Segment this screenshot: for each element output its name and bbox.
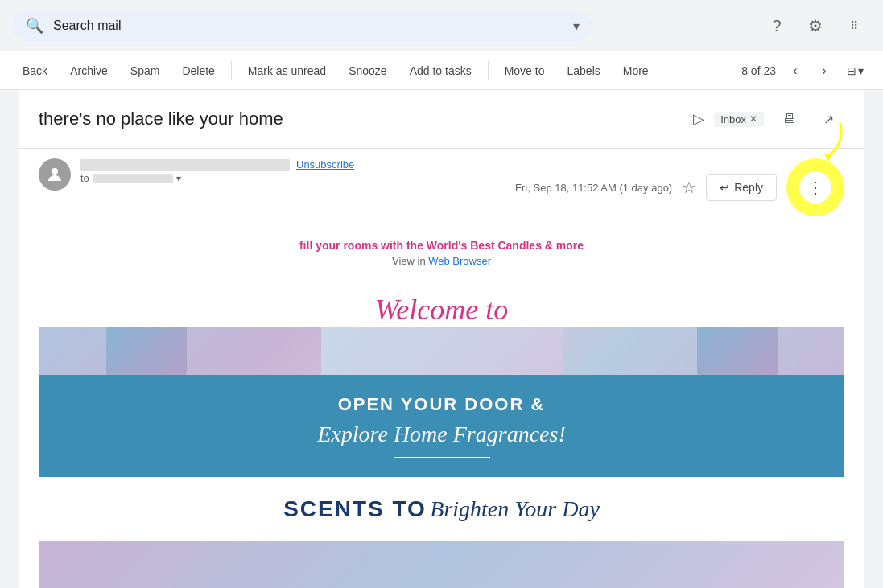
toolbar-divider-2 (488, 61, 489, 80)
sender-info: Unsubscribe to ▾ (80, 158, 505, 184)
decorative-image-bottom (39, 541, 844, 588)
email-subject: there's no place like your home (39, 109, 683, 130)
unsubscribe-link[interactable]: Unsubscribe (296, 158, 354, 171)
star-button[interactable]: ☆ (682, 178, 696, 197)
to-row: to ▾ (80, 172, 505, 184)
add-tasks-button[interactable]: Add to tasks (400, 60, 481, 82)
scents-section: SCENTS TO Brighten Your Day (39, 477, 844, 541)
decorative-block-3 (697, 327, 778, 375)
promo-text-section: fill your rooms with the World's Best Ca… (39, 226, 844, 280)
arrow-indicator (804, 120, 852, 168)
email-meta: Fri, Sep 18, 11:52 AM (1 day ago) ☆ ↩ Re… (515, 158, 844, 216)
inbox-tag-label: Inbox (720, 113, 746, 125)
toolbar: Back Archive Spam Delete Mark as unread … (0, 51, 883, 90)
view-icon: ⊟ (847, 64, 856, 77)
move-to-button[interactable]: Move to (495, 60, 555, 82)
pagination-info: 8 of 23 (741, 64, 776, 77)
banner-line1: OPEN YOUR DOOR & (52, 394, 831, 415)
to-label: to (80, 172, 89, 184)
to-chevron-icon[interactable]: ▾ (176, 173, 181, 184)
left-panel (0, 90, 19, 588)
settings-button[interactable]: ⚙ (799, 10, 831, 42)
forward-icon[interactable]: ▷ (693, 110, 704, 128)
avatar (39, 158, 71, 191)
more-options-button[interactable]: ⋮ (799, 171, 831, 204)
svg-point-0 (52, 168, 58, 175)
banner-section: OPEN YOUR DOOR & Explore Home Fragrances… (39, 375, 844, 477)
welcome-section: Welcome to (39, 280, 844, 327)
search-box: 🔍 ▾ (13, 10, 592, 41)
snooze-button[interactable]: Snooze (339, 60, 396, 82)
email-panel: there's no place like your home ▷ Inbox … (19, 90, 864, 588)
more-button[interactable]: More (613, 60, 658, 82)
more-vert-container: ⋮ (786, 158, 844, 216)
view-chevron-icon: ▾ (858, 64, 864, 77)
email-body: fill your rooms with the World's Best Ca… (19, 226, 864, 588)
help-button[interactable]: ? (761, 10, 793, 42)
welcome-text: Welcome to (39, 293, 844, 327)
print-button[interactable]: 🖶 (774, 103, 806, 135)
search-dropdown-icon[interactable]: ▾ (573, 19, 580, 34)
back-button[interactable]: Back (13, 60, 57, 82)
view-browser-link[interactable]: Web Browser (428, 255, 491, 267)
archive-button[interactable]: Archive (60, 60, 118, 82)
sender-row: Unsubscribe (80, 158, 505, 171)
view-toggle-button[interactable]: ⊟ ▾ (840, 61, 870, 80)
delete-button[interactable]: Delete (172, 60, 224, 82)
labels-button[interactable]: Labels (557, 60, 609, 82)
search-bar: 🔍 ▾ ? ⚙ ⠿ (0, 0, 883, 51)
email-body-inner: fill your rooms with the World's Best Ca… (39, 226, 844, 588)
spam-button[interactable]: Spam (121, 60, 170, 82)
subject-row: there's no place like your home ▷ Inbox … (19, 90, 864, 149)
view-browser-prefix: View in (392, 255, 428, 267)
inbox-tag: Inbox ✕ (714, 112, 764, 127)
decorative-block-1 (106, 327, 187, 375)
nav-prev-button[interactable]: ‹ (782, 58, 808, 84)
search-input[interactable] (53, 19, 563, 33)
view-browser-row: View in Web Browser (52, 255, 831, 267)
email-date: Fri, Sep 18, 11:52 AM (1 day ago) (515, 182, 672, 194)
banner-line2: Explore Home Fragrances! (52, 421, 831, 447)
right-panel (864, 90, 883, 588)
top-icons: ? ⚙ ⠿ (761, 10, 870, 42)
reply-label: Reply (734, 181, 763, 194)
nav-next-button[interactable]: › (811, 58, 837, 84)
to-address-bar (93, 174, 173, 183)
decorative-block-2 (321, 327, 563, 375)
reply-button[interactable]: ↩ Reply (706, 174, 777, 201)
email-container: there's no place like your home ▷ Inbox … (19, 90, 864, 588)
toolbar-divider-1 (231, 61, 232, 80)
promo-headline: fill your rooms with the World's Best Ca… (52, 239, 831, 252)
sender-name-bar (80, 159, 290, 171)
search-icon: 🔍 (26, 17, 43, 35)
scents-italic: Brighten Your Day (430, 496, 600, 521)
inbox-tag-close[interactable]: ✕ (749, 113, 757, 125)
mark-unread-button[interactable]: Mark as unread (238, 60, 336, 82)
reply-icon: ↩ (720, 181, 729, 194)
svg-marker-1 (824, 154, 832, 162)
banner-divider (394, 457, 490, 458)
decorative-image-top (39, 327, 844, 375)
apps-button[interactable]: ⠿ (838, 10, 870, 42)
scents-text: SCENTS TO (283, 496, 427, 521)
main-layout: there's no place like your home ▷ Inbox … (0, 90, 883, 588)
email-header: Unsubscribe to ▾ Fri, Sep 18, 11:52 AM (… (19, 149, 864, 226)
